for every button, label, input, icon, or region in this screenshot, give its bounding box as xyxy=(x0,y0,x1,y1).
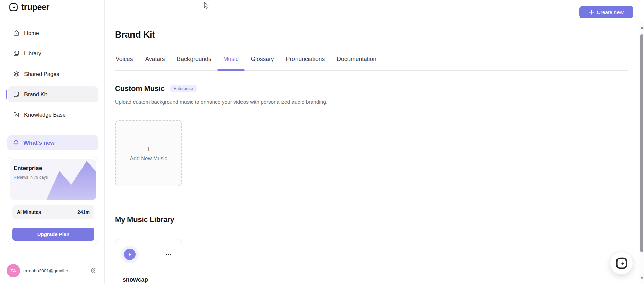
shared-pages-icon xyxy=(13,70,20,77)
tab-voices[interactable]: Voices xyxy=(115,54,134,70)
tab-backgrounds[interactable]: Backgrounds xyxy=(176,54,212,70)
plan-name: Enterprise xyxy=(14,165,42,172)
add-new-music-label: Add New Music xyxy=(130,156,167,162)
app-logo[interactable]: trupeer xyxy=(0,0,104,14)
knowledge-base-icon xyxy=(13,111,20,118)
sidebar-item-label: Shared Pages xyxy=(24,71,59,77)
sidebar-item-label: Home xyxy=(24,30,39,36)
gear-icon[interactable] xyxy=(90,267,97,274)
trupeer-logo-icon xyxy=(9,3,18,12)
custom-music-title: Custom Music xyxy=(115,84,165,93)
sidebar-item-label: Knowledge Base xyxy=(24,112,66,118)
more-options-button[interactable] xyxy=(164,250,173,259)
music-track-card[interactable]: snowcap xyxy=(115,239,182,284)
page-title: Brand Kit xyxy=(115,30,155,40)
usage-value: 241m xyxy=(77,209,90,215)
create-new-button[interactable]: Create new xyxy=(579,6,633,18)
avatar[interactable]: TA xyxy=(7,264,20,277)
plan-renewal-text: Renews in 79 days xyxy=(14,175,48,180)
whats-new-button[interactable]: What's new xyxy=(7,135,98,150)
add-plus-icon: + xyxy=(146,144,151,153)
tab-avatars[interactable]: Avatars xyxy=(145,54,166,70)
sidebar-item-label: Brand Kit xyxy=(24,91,47,98)
whats-new-label: What's new xyxy=(23,140,55,146)
library-icon xyxy=(13,50,20,57)
user-email: tarunbo2001@gmail.c... xyxy=(23,268,72,273)
upgrade-plan-button[interactable]: Upgrade Plan xyxy=(12,228,94,241)
mouse-cursor-icon xyxy=(203,2,210,10)
usage-label: AI Minutes xyxy=(17,209,41,215)
enterprise-badge: Enterprise xyxy=(170,85,197,92)
home-icon xyxy=(13,30,20,36)
sidebar-item-shared-pages[interactable]: Shared Pages xyxy=(8,66,98,82)
plus-icon xyxy=(589,10,594,15)
sidebar-item-label: Library xyxy=(24,50,41,57)
tab-bar: Voices Avatars Backgrounds Music Glossar… xyxy=(115,54,628,71)
sidebar-item-knowledge-base[interactable]: Knowledge Base xyxy=(8,107,98,123)
scroll-up-arrow-icon[interactable] xyxy=(640,26,644,29)
play-icon xyxy=(128,252,132,257)
sidebar-divider xyxy=(7,132,98,132)
sidebar-item-home[interactable]: Home xyxy=(8,25,98,41)
app-name: trupeer xyxy=(21,2,49,12)
sidebar-item-brand-kit[interactable]: Brand Kit xyxy=(8,86,98,102)
active-indicator xyxy=(6,90,7,99)
tab-pronunciations[interactable]: Pronunciations xyxy=(285,54,325,70)
play-button[interactable] xyxy=(124,249,136,260)
create-new-label: Create new xyxy=(597,9,623,15)
brand-kit-icon xyxy=(13,91,20,98)
tab-music[interactable]: Music xyxy=(223,54,239,70)
scroll-down-arrow-icon[interactable] xyxy=(640,277,644,279)
music-library-title: My Music Library xyxy=(115,215,174,224)
trupeer-logo-icon xyxy=(615,257,628,269)
add-new-music-button[interactable]: + Add New Music xyxy=(115,120,182,186)
vertical-scrollbar[interactable] xyxy=(639,21,644,284)
scrollbar-thumb[interactable] xyxy=(640,34,643,252)
tab-glossary[interactable]: Glossary xyxy=(250,54,274,70)
usage-row: AI Minutes 241m xyxy=(12,205,94,219)
whats-new-bell-icon xyxy=(13,140,19,146)
sidebar-item-library[interactable]: Library xyxy=(8,45,98,61)
custom-music-description: Upload custom background music to enhanc… xyxy=(115,99,327,105)
track-name: snowcap xyxy=(123,276,148,283)
tab-documentation[interactable]: Documentation xyxy=(336,54,377,70)
plan-card: Enterprise Renews in 79 days AI Minutes … xyxy=(8,157,98,244)
more-options-icon xyxy=(166,254,167,255)
sidebar: trupeer Home Library Shared Pages Brand … xyxy=(0,0,105,284)
trupeer-widget-button[interactable] xyxy=(610,252,633,275)
